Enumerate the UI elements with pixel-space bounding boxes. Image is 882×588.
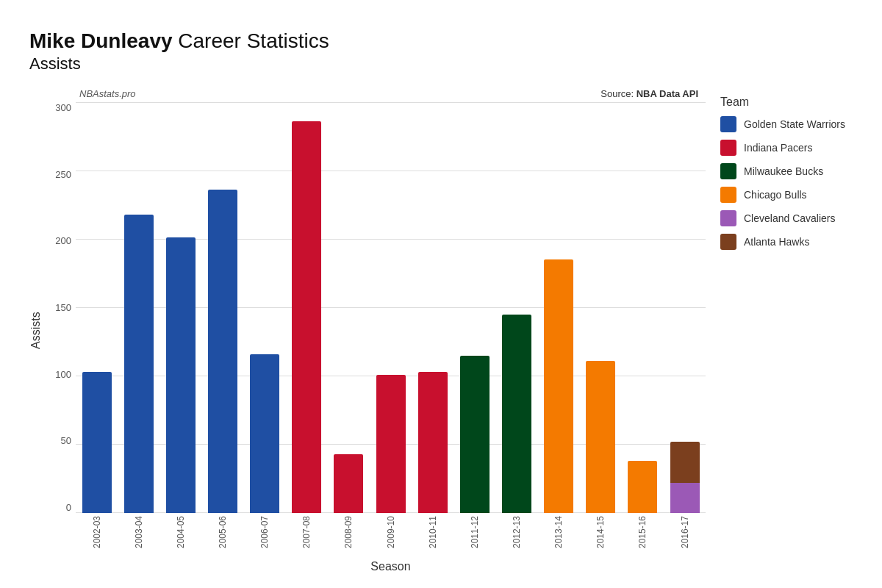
bar — [460, 356, 490, 513]
source-text: Source: NBA Data API — [600, 88, 698, 99]
legend-item: Cleveland Cavaliers — [720, 210, 867, 226]
x-label-item: 2009-10 — [370, 513, 412, 557]
x-label-text: 2011-12 — [470, 516, 480, 548]
bar — [250, 354, 279, 513]
legend-label: Chicago Bulls — [744, 189, 807, 201]
legend-title: Team — [720, 96, 867, 109]
x-label-text: 2008-09 — [343, 516, 354, 548]
bars-area: 2002-032003-042004-052005-062006-072007-… — [76, 102, 706, 557]
bar — [124, 215, 154, 513]
bar-group — [495, 102, 537, 513]
chart-container: Mike Dunleavy Career Statistics Assists … — [0, 0, 882, 588]
bar-group — [328, 102, 370, 513]
bar-group — [453, 102, 495, 513]
x-label-text: 2005-06 — [218, 516, 228, 548]
bar-group — [118, 102, 159, 513]
y-tick: 150 — [46, 302, 76, 313]
bar — [292, 121, 321, 513]
bar — [502, 315, 531, 513]
bar — [418, 372, 448, 513]
x-label-item: 2015-16 — [622, 513, 664, 557]
bar-group — [622, 102, 664, 513]
legend-swatch — [720, 234, 736, 250]
legend: Team Golden State WarriorsIndiana Pacers… — [706, 88, 867, 573]
bar-group — [412, 102, 453, 513]
x-label-item: 2016-17 — [664, 513, 706, 557]
y-tick: 100 — [46, 369, 76, 380]
bar-group — [159, 102, 201, 513]
bar-group — [538, 102, 580, 513]
x-label-item: 2008-09 — [328, 513, 370, 557]
title-bold: Mike Dunleavy — [29, 29, 173, 52]
bar — [166, 237, 196, 513]
y-tick: 300 — [46, 102, 76, 113]
source-bold: NBA Data API — [637, 88, 698, 99]
bar — [586, 361, 615, 513]
x-label-text: 2002-03 — [92, 516, 102, 548]
title-area: Mike Dunleavy Career Statistics Assists — [29, 29, 867, 74]
x-label-item: 2003-04 — [118, 513, 159, 557]
x-label-text: 2006-07 — [259, 516, 270, 548]
legend-items: Golden State WarriorsIndiana PacersMilwa… — [720, 116, 867, 250]
x-label-item: 2005-06 — [201, 513, 243, 557]
chart-and-legend: NBAstats.pro Source: NBA Data API 050100… — [46, 88, 867, 573]
x-label-text: 2009-10 — [386, 516, 396, 548]
x-label-item: 2012-13 — [495, 513, 537, 557]
legend-label: Atlanta Hawks — [744, 236, 809, 248]
x-label-item: 2011-12 — [453, 513, 495, 557]
y-tick: 200 — [46, 235, 76, 246]
legend-label: Milwaukee Bucks — [744, 165, 823, 177]
x-label-text: 2004-05 — [176, 516, 186, 548]
legend-item: Indiana Pacers — [720, 140, 867, 156]
legend-swatch — [720, 210, 736, 226]
bar-group — [201, 102, 243, 513]
x-label-text: 2003-04 — [134, 516, 144, 548]
x-label-item: 2010-11 — [412, 513, 453, 557]
x-label-text: 2016-17 — [680, 516, 690, 548]
legend-label: Cleveland Cavaliers — [744, 212, 836, 224]
legend-label: Indiana Pacers — [744, 142, 812, 154]
legend-item: Milwaukee Bucks — [720, 163, 867, 179]
chart-body: Assists NBAstats.pro Source: NBA Data AP… — [29, 88, 867, 573]
bar-group — [664, 102, 706, 513]
x-label-text: 2012-13 — [512, 516, 522, 548]
y-tick: 50 — [46, 435, 76, 446]
x-label-item: 2007-08 — [286, 513, 328, 557]
x-label-item: 2004-05 — [159, 513, 201, 557]
y-axis-label: Assists — [29, 88, 43, 573]
legend-item: Atlanta Hawks — [720, 234, 867, 250]
x-label-text: 2010-11 — [428, 516, 438, 548]
bar — [334, 454, 363, 513]
x-label-item: 2002-03 — [76, 513, 118, 557]
bar — [670, 442, 700, 513]
bars-row: 2002-032003-042004-052005-062006-072007-… — [76, 102, 706, 557]
x-label-text: 2014-15 — [595, 516, 606, 548]
site-label: NBAstats.pro — [79, 88, 136, 99]
bar-group — [370, 102, 412, 513]
legend-item: Golden State Warriors — [720, 116, 867, 132]
x-label-text: 2013-14 — [553, 516, 564, 548]
bar — [376, 375, 406, 513]
bar-group — [76, 102, 118, 513]
y-ticks: 050100150200250300 — [46, 102, 76, 557]
bar-group — [580, 102, 622, 513]
legend-swatch — [720, 140, 736, 156]
x-label-item: 2006-07 — [244, 513, 286, 557]
subtitle: Assists — [29, 54, 867, 74]
legend-swatch — [720, 187, 736, 203]
bar-group — [286, 102, 328, 513]
bar — [628, 461, 657, 513]
x-axis-title: Season — [46, 560, 706, 573]
bar — [544, 259, 573, 513]
y-tick: 0 — [46, 502, 76, 513]
title-regular: Career Statistics — [173, 29, 329, 52]
source-line: NBAstats.pro Source: NBA Data API — [46, 88, 706, 99]
x-label-text: 2015-16 — [637, 516, 648, 548]
legend-label: Golden State Warriors — [744, 118, 845, 130]
x-label-item: 2014-15 — [580, 513, 622, 557]
bar — [82, 372, 112, 513]
bar-group — [244, 102, 286, 513]
graph-wrapper: 050100150200250300 2002-032003-042004-05… — [46, 102, 706, 557]
chart-area: NBAstats.pro Source: NBA Data API 050100… — [46, 88, 706, 573]
legend-item: Chicago Bulls — [720, 187, 867, 203]
